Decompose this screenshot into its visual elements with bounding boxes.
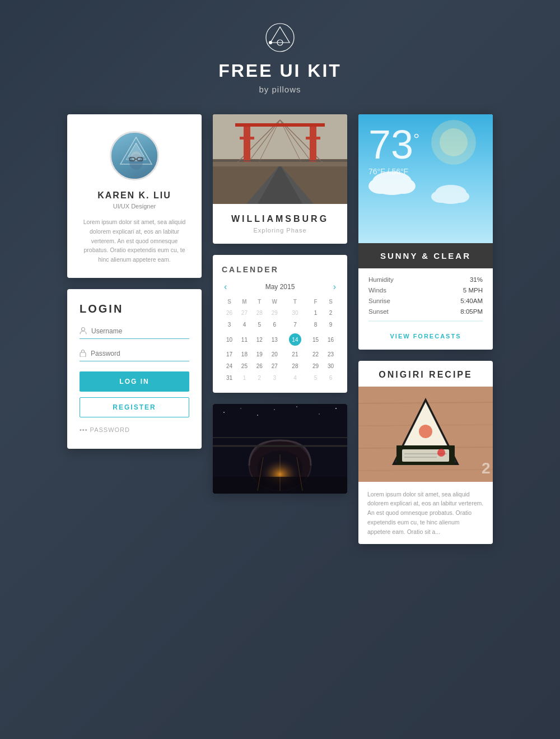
login-title: Login <box>80 303 189 315</box>
username-group <box>80 327 189 339</box>
winds-label: Winds <box>368 287 386 294</box>
calendar-day[interactable]: 17 <box>222 348 237 360</box>
calendar-day[interactable]: 30 <box>282 307 308 319</box>
header-title: FREE UI KIT <box>218 61 342 81</box>
register-button[interactable]: Register <box>80 397 189 417</box>
humidity-value: 31% <box>470 276 483 283</box>
calendar-day[interactable]: 14 <box>282 331 308 348</box>
calendar-day[interactable]: 1 <box>237 372 252 384</box>
calendar-day[interactable]: 9 <box>323 319 338 331</box>
calendar-day[interactable]: 18 <box>237 348 252 360</box>
calendar-day[interactable]: 29 <box>308 360 323 372</box>
calendar-day[interactable]: 6 <box>267 319 282 331</box>
calendar-day[interactable]: 27 <box>237 307 252 319</box>
svg-point-54 <box>375 182 409 195</box>
svg-rect-29 <box>213 162 347 166</box>
calendar-day[interactable]: 7 <box>282 319 308 331</box>
humidity-row: Humidity 31% <box>368 276 483 283</box>
calendar-day[interactable]: 28 <box>252 307 267 319</box>
calendar-day[interactable]: 23 <box>323 348 338 360</box>
login-button[interactable]: Log In <box>80 371 189 392</box>
calendar-day[interactable]: 30 <box>323 360 338 372</box>
calendar-day[interactable]: 29 <box>267 307 282 319</box>
page-content: FREE UI KIT by pillows <box>0 0 560 572</box>
calendar-day[interactable]: 22 <box>308 348 323 360</box>
calendar-day[interactable]: 8 <box>308 319 323 331</box>
calendar-day[interactable]: 11 <box>237 331 252 348</box>
sunrise-value: 5:40AM <box>460 298 483 304</box>
day-header-sat: S <box>323 296 338 307</box>
calendar-day[interactable]: 19 <box>252 348 267 360</box>
day-header-wed: W <box>267 296 282 307</box>
winds-row: Winds 5 MPH <box>368 287 483 294</box>
calendar-day[interactable]: 28 <box>282 360 308 372</box>
location-subtitle: Exploring Phase <box>224 227 336 234</box>
next-month-button[interactable]: › <box>331 282 338 292</box>
sunrise-row: Sunrise 5:40AM <box>368 298 483 304</box>
column-2: Williamsburg Exploring Phase Calender ‹ … <box>213 114 347 494</box>
svg-point-35 <box>274 409 275 410</box>
sunset-value: 8:05PM <box>460 308 483 315</box>
password-group <box>80 349 189 361</box>
column-3: 73° 76°F / 56°F Sunny & Clear Humidity 3… <box>358 114 493 544</box>
svg-point-73 <box>437 449 445 457</box>
svg-point-34 <box>257 415 258 416</box>
calendar-day[interactable]: 3 <box>222 319 237 331</box>
sunset-label: Sunset <box>368 308 389 315</box>
calendar-day[interactable]: 4 <box>282 372 308 384</box>
header: FREE UI KIT by pillows <box>218 22 342 94</box>
weather-temperature: 73° <box>368 124 483 165</box>
lock-icon <box>80 349 86 359</box>
calendar-day[interactable]: 24 <box>222 360 237 372</box>
recipe-card: Onigiri Recipe <box>358 361 493 545</box>
view-forecasts-button[interactable]: View Forecasts <box>368 327 483 342</box>
user-icon <box>80 327 87 336</box>
calendar-day[interactable]: 26 <box>222 307 237 319</box>
williamsburg-info: Williamsburg Exploring Phase <box>213 204 347 244</box>
cards-grid: Karen K. Liu UI/UX Designer Lorem ipsum … <box>67 114 493 544</box>
calendar-day[interactable]: 12 <box>252 331 267 348</box>
calendar-week-row: 262728293012 <box>222 307 338 319</box>
calendar-header: ‹ May 2015 › <box>222 282 338 292</box>
prev-month-button[interactable]: ‹ <box>222 282 229 292</box>
svg-point-8 <box>131 151 141 161</box>
today-indicator: 14 <box>289 333 301 346</box>
password-input[interactable] <box>91 350 189 357</box>
svg-text:2: 2 <box>482 459 491 477</box>
calendar-day[interactable]: 10 <box>222 331 237 348</box>
calendar-day[interactable]: 31 <box>222 372 237 384</box>
recipe-photo: 2 <box>358 387 493 482</box>
calendar-day[interactable]: 2 <box>323 307 338 319</box>
calendar-day[interactable]: 21 <box>282 348 308 360</box>
calendar-day[interactable]: 5 <box>252 319 267 331</box>
location-title: Williamsburg <box>224 214 336 224</box>
day-header-sun: S <box>222 296 237 307</box>
svg-rect-13 <box>80 352 86 357</box>
calendar-day[interactable]: 4 <box>237 319 252 331</box>
calendar-day[interactable]: 3 <box>267 372 282 384</box>
day-header-tue: T <box>252 296 267 307</box>
calendar-month: May 2015 <box>265 283 295 291</box>
calendar-day[interactable]: 27 <box>267 360 282 372</box>
svg-point-33 <box>240 408 241 409</box>
profile-card: Karen K. Liu UI/UX Designer Lorem ipsum … <box>67 114 202 278</box>
column-1: Karen K. Liu UI/UX Designer Lorem ipsum … <box>67 114 202 449</box>
calendar-day[interactable]: 5 <box>308 372 323 384</box>
weather-top: 73° 76°F / 56°F <box>358 114 493 243</box>
weather-range: 76°F / 56°F <box>368 167 483 176</box>
calendar-day[interactable]: 16 <box>323 331 338 348</box>
calendar-day[interactable]: 6 <box>323 372 338 384</box>
calendar-card: Calender ‹ May 2015 › S M T W T F <box>213 255 347 393</box>
calendar-day[interactable]: 15 <box>308 331 323 348</box>
calendar-day[interactable]: 25 <box>237 360 252 372</box>
profile-name: Karen K. Liu <box>97 190 171 201</box>
calendar-day[interactable]: 26 <box>252 360 267 372</box>
calendar-day[interactable]: 13 <box>267 331 282 348</box>
svg-point-3 <box>269 41 272 44</box>
username-input[interactable] <box>91 327 189 335</box>
calendar-week-row: 31123456 <box>222 372 338 384</box>
calendar-day[interactable]: 20 <box>267 348 282 360</box>
svg-point-58 <box>437 193 464 204</box>
calendar-day[interactable]: 1 <box>308 307 323 319</box>
calendar-day[interactable]: 2 <box>252 372 267 384</box>
